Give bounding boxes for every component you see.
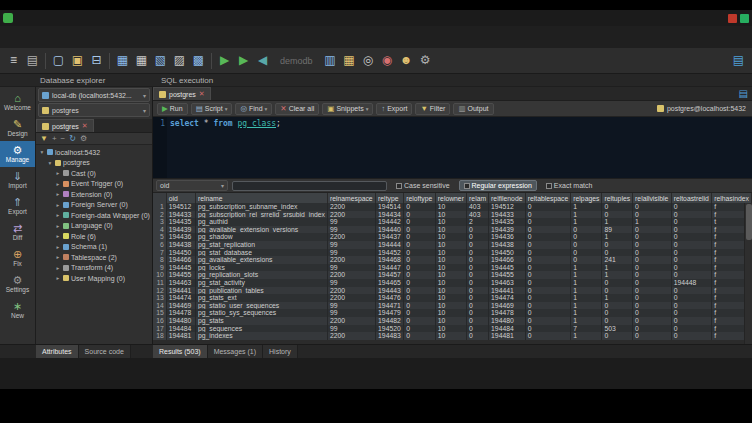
filter-column-select[interactable]: oid ▾ xyxy=(156,180,228,191)
cell[interactable]: pg_stats xyxy=(195,317,327,325)
table-row[interactable]: 4194439pg_available_extension_versions99… xyxy=(153,226,752,234)
cell[interactable]: 0 xyxy=(525,249,571,257)
column-header-reltoastrelid[interactable]: reltoastrelid xyxy=(671,193,711,203)
tree-item-localhost-5432[interactable]: ▾localhost:5432 xyxy=(36,147,152,158)
close-icon[interactable]: ✕ xyxy=(199,90,205,98)
table-row[interactable]: 16194480pg_stats220019448201001944800100… xyxy=(153,317,752,325)
cell[interactable]: 194447 xyxy=(376,264,404,272)
cell[interactable]: 0 xyxy=(404,325,436,333)
cell[interactable]: 194445 xyxy=(166,264,195,272)
cell[interactable]: 0 xyxy=(671,211,711,219)
open-model-icon[interactable]: ▣ xyxy=(68,51,87,70)
cell[interactable]: 10 xyxy=(435,271,466,279)
cell[interactable]: 0 xyxy=(467,233,489,241)
row-number[interactable]: 8 xyxy=(153,256,166,264)
cell[interactable]: 10 xyxy=(435,309,466,317)
table-row[interactable]: 6194438pg_stat_replication99194444010019… xyxy=(153,241,752,249)
cell[interactable]: 194437 xyxy=(376,233,404,241)
cell[interactable]: 99 xyxy=(327,302,375,310)
cell[interactable]: 194480 xyxy=(166,317,195,325)
table-row[interactable]: 1194512pg_subscription_subname_index2200… xyxy=(153,203,752,211)
row-number[interactable]: 9 xyxy=(153,264,166,272)
cell[interactable]: pg_locks xyxy=(195,264,327,272)
cell[interactable]: 194479 xyxy=(376,309,404,317)
cell[interactable]: 0 xyxy=(671,271,711,279)
cell[interactable]: 0 xyxy=(671,287,711,295)
cell[interactable]: 99 xyxy=(327,226,375,234)
cell[interactable]: 194514 xyxy=(376,203,404,211)
cell[interactable]: 0 xyxy=(602,279,633,287)
cell[interactable]: 0 xyxy=(633,264,672,272)
cell[interactable]: 0 xyxy=(633,271,672,279)
expand-arrow-icon[interactable]: ▸ xyxy=(55,212,61,218)
cell[interactable]: 0 xyxy=(467,256,489,264)
cell[interactable]: 0 xyxy=(602,302,633,310)
vertical-scrollbar[interactable] xyxy=(744,203,752,344)
expand-all-icon[interactable]: + xyxy=(52,134,57,144)
cell[interactable]: 0 xyxy=(671,317,711,325)
tree-item-postgres[interactable]: ▾postgres xyxy=(36,158,152,169)
cell[interactable]: 1 xyxy=(602,218,633,226)
cell[interactable]: pg_available_extension_versions xyxy=(195,226,327,234)
cell[interactable]: 0 xyxy=(525,218,571,226)
refresh-icon[interactable]: ↻ xyxy=(69,134,76,144)
scrollbar-thumb[interactable] xyxy=(746,204,752,240)
cell[interactable]: 194478 xyxy=(166,309,195,317)
step-icon[interactable]: ▶ xyxy=(234,51,253,70)
expand-arrow-icon[interactable]: ▸ xyxy=(55,181,61,187)
tab-messages-1[interactable]: Messages (1) xyxy=(208,345,263,358)
cell[interactable]: 0 xyxy=(602,287,633,295)
cell[interactable]: 0 xyxy=(467,249,489,257)
cell[interactable]: 0 xyxy=(671,256,711,264)
cell[interactable]: 10 xyxy=(435,226,466,234)
tree-item-language-0[interactable]: ▸Language (0) xyxy=(36,221,152,232)
table-row[interactable]: 7194450pg_stat_database99194452010019445… xyxy=(153,249,752,257)
cell[interactable]: 10 xyxy=(435,317,466,325)
cell[interactable]: 0 xyxy=(404,256,436,264)
search-icon[interactable]: ◎ xyxy=(359,51,378,70)
cell[interactable]: 194520 xyxy=(376,325,404,333)
tree-item-foreign-server-0[interactable]: ▸Foreign Server (0) xyxy=(36,200,152,211)
cell[interactable]: 194463 xyxy=(489,279,526,287)
cell[interactable]: 10 xyxy=(435,287,466,295)
cell[interactable]: 0 xyxy=(467,332,489,340)
row-number[interactable]: 5 xyxy=(153,233,166,241)
cell[interactable]: 194465 xyxy=(376,279,404,287)
database-select[interactable]: postgres ▾ xyxy=(38,103,150,117)
filter-input[interactable] xyxy=(232,181,387,191)
column-header-reltuples[interactable]: reltuples xyxy=(602,193,633,203)
activity-item-diff[interactable]: ⇄Diff xyxy=(0,219,35,245)
table-row[interactable]: 9194445pg_locks99194447010019444501100f xyxy=(153,264,752,272)
cell[interactable]: 1 xyxy=(571,211,602,219)
tab-results-503[interactable]: Results (503) xyxy=(153,345,208,358)
cell[interactable]: 0 xyxy=(525,279,571,287)
cell[interactable]: 2200 xyxy=(327,317,375,325)
row-number[interactable]: 2 xyxy=(153,211,166,219)
cell[interactable]: pg_subscription_rel_srrelid_srsubid_inde… xyxy=(195,211,327,219)
cell[interactable]: 0 xyxy=(467,325,489,333)
table-row[interactable]: 3194435pg_authid99194442010219443501110t xyxy=(153,218,752,226)
chart-icon[interactable]: ▥ xyxy=(321,51,340,70)
cell[interactable]: 0 xyxy=(633,317,672,325)
cell[interactable]: 0 xyxy=(671,332,711,340)
table-row[interactable]: 18194481pg_indexes2200194483010019448101… xyxy=(153,332,752,340)
output-button[interactable]: ▥Output xyxy=(453,103,493,115)
clear-all-button[interactable]: ✕Clear all xyxy=(275,103,319,115)
cell[interactable]: 0 xyxy=(404,294,436,302)
cell[interactable]: 194436 xyxy=(166,233,195,241)
cell[interactable]: 0 xyxy=(633,309,672,317)
checkbox-icon[interactable] xyxy=(546,183,552,189)
close-icon[interactable] xyxy=(728,14,737,23)
cell[interactable]: 1 xyxy=(602,264,633,272)
cell[interactable]: 10 xyxy=(435,294,466,302)
cell[interactable]: 403 xyxy=(467,203,489,211)
filter-option-regular-expression[interactable]: Regular expression xyxy=(459,180,537,191)
cell[interactable]: 503 xyxy=(602,325,633,333)
filter-option-case-sensitive[interactable]: Case sensitive xyxy=(391,180,455,191)
cell[interactable]: 0 xyxy=(602,249,633,257)
row-number[interactable]: 13 xyxy=(153,294,166,302)
cell[interactable]: 10 xyxy=(435,233,466,241)
cell[interactable]: 194471 xyxy=(376,302,404,310)
column-header-relhasindex[interactable]: relhasindex xyxy=(712,193,752,203)
close-icon[interactable]: ✕ xyxy=(82,122,88,130)
